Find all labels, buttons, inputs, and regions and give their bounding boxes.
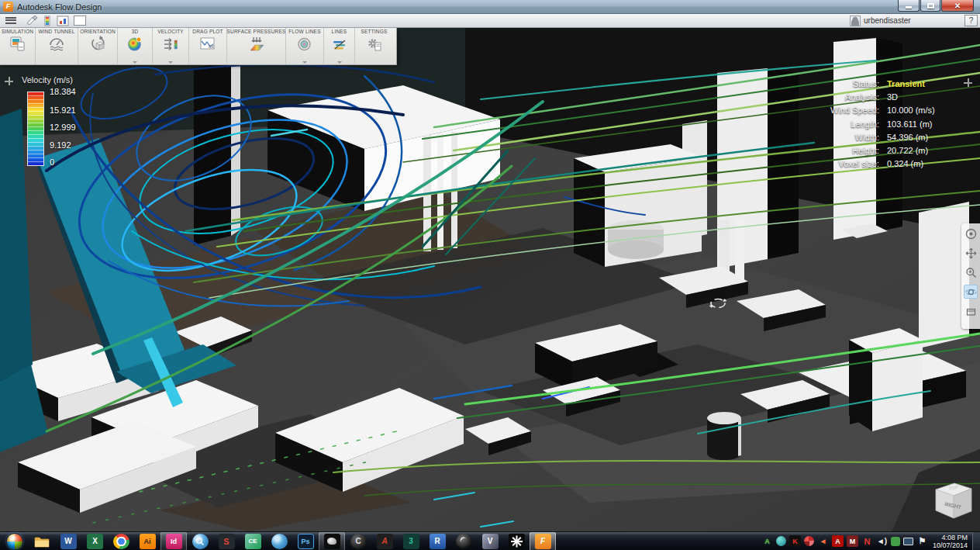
indesign-icon: Id [166, 534, 182, 549]
app-menu-button[interactable] [0, 15, 23, 27]
tray-network-icon[interactable] [903, 538, 913, 545]
taskbar-indesign-button[interactable]: Id [160, 532, 187, 550]
tab-drag-plot[interactable]: DRAG PLOT Cd [189, 28, 227, 64]
tab-lines[interactable]: LINES [324, 28, 355, 64]
tab-velocity[interactable]: VELOCITY [153, 28, 189, 64]
taskbar-clock[interactable]: 4:08 PM 10/07/2014 [933, 534, 968, 549]
steering-wheel-button[interactable] [964, 227, 978, 240]
surface-pressures-icon [247, 35, 266, 54]
tab-surface-pressures[interactable]: SURFACE PRESSURES [227, 28, 286, 64]
vray-icon: V [482, 534, 499, 549]
taskbar-revit-button[interactable]: R [424, 532, 450, 550]
tray-volume-icon[interactable]: ◄) [876, 535, 888, 547]
legend-tick: 9.192 [50, 140, 71, 150]
legend-toggle-button[interactable] [40, 15, 54, 27]
legend-tick: 0 [50, 157, 54, 167]
viewcube-home-button[interactable] [964, 304, 978, 318]
help-button[interactable]: ? [964, 15, 978, 26]
tray-green-icon[interactable] [891, 537, 900, 546]
zoom-button[interactable] [964, 265, 978, 279]
taskbar-sketchup-button[interactable]: S [213, 532, 240, 550]
minimize-icon [906, 6, 912, 9]
tab-settings[interactable]: SETTINGS [355, 28, 393, 64]
tray-shield-icon[interactable] [804, 536, 814, 546]
legend-move-handle[interactable] [5, 77, 13, 85]
tab-orientation[interactable]: ORIENTATION [78, 28, 118, 64]
user-account-button[interactable]: urbendisaster [864, 16, 964, 25]
tray-letter-k-icon[interactable]: K [789, 535, 801, 547]
flow-lines-icon [295, 35, 314, 54]
user-avatar-icon [850, 16, 861, 26]
globe-magnifier-icon [192, 534, 209, 549]
drag-plot-icon: Cd [198, 35, 217, 54]
taskbar-photoshop-button[interactable]: Ps [292, 532, 319, 550]
taskbar-google-earth-pro-button[interactable] [187, 532, 213, 550]
window-title: Autodesk Flow Design [17, 2, 102, 12]
close-button[interactable]: ✕ [941, 0, 974, 12]
tab-simulation[interactable]: SIMULATION [0, 28, 36, 64]
wind-tunnel-icon [47, 35, 66, 54]
info-row-width: Width: 54.396 (m) [813, 130, 968, 144]
illustrator-icon: Ai [140, 534, 156, 549]
taskbar-ce-app-button[interactable]: CE [240, 532, 266, 550]
taskbar-flow-design-button[interactable]: F [530, 532, 556, 550]
tab-wind-tunnel[interactable]: WIND TUNNEL [36, 28, 78, 64]
taskbar-google-earth-button[interactable] [266, 532, 292, 550]
tray-action-center-flag-icon[interactable]: ⚑ [916, 535, 928, 547]
taskbar-autocad-button[interactable]: A [371, 532, 398, 550]
maximize-button[interactable] [920, 0, 940, 12]
taskbar-explorer-button[interactable] [29, 532, 55, 550]
tray-letter-n-icon[interactable]: N [861, 535, 873, 547]
start-button[interactable] [6, 533, 23, 550]
chart-icon [57, 16, 69, 26]
title-bar: F Autodesk Flow Design ✕ [0, 0, 980, 14]
taskbar-3ds-max-button[interactable]: 3 [398, 532, 424, 550]
taskbar-rhino-button[interactable] [319, 532, 345, 550]
taskbar-chrome-button[interactable] [108, 532, 134, 550]
taskbar-word-button[interactable]: W [55, 532, 81, 550]
minimize-button[interactable] [898, 0, 920, 12]
view-cube[interactable]: RIGHT TOP [927, 478, 977, 526]
tray-globe-icon[interactable] [776, 536, 786, 546]
tray-letter-m-icon[interactable]: M [847, 535, 858, 547]
word-icon: W [60, 534, 77, 549]
globe-icon [271, 534, 288, 549]
tab-flow-lines[interactable]: FLOW LINES [286, 28, 324, 64]
tray-autodesk-icon[interactable]: A [761, 535, 773, 547]
taskbar-cinema4d-button[interactable]: C [345, 532, 371, 550]
rhino-icon [324, 534, 340, 549]
info-row-height: Height: 20.722 (m) [813, 144, 968, 157]
taskbar-starburst-app-button[interactable] [503, 532, 530, 550]
hamburger-icon [5, 17, 16, 24]
taskbar-vray-button[interactable]: V [477, 532, 503, 550]
clock-date: 10/07/2014 [933, 541, 968, 549]
clock-time: 4:08 PM [933, 534, 968, 541]
legend-tick: 12.999 [50, 123, 76, 132]
taskbar-sphere-app-button[interactable] [450, 532, 477, 550]
orbit-button[interactable] [964, 285, 978, 299]
sketchup-icon: S [219, 534, 235, 549]
windows-taskbar: W X Ai Id S CE Ps C A 3 R V F A K ◄ A M [0, 531, 980, 550]
info-row-length: Length: 103.611 (m) [813, 117, 968, 130]
navigation-wheel-icon [965, 228, 977, 240]
close-icon: ✕ [954, 1, 961, 11]
viewport-toggle-button[interactable] [71, 15, 88, 27]
orientation-icon [88, 35, 107, 54]
legend-title: Velocity (m/s) [22, 75, 73, 85]
info-row-analysis: Analysis: 3D [813, 90, 968, 103]
info-row-voxel-size: Voxel size: 0.324 (m) [813, 157, 968, 171]
plot-toggle-button[interactable] [54, 15, 71, 27]
tray-orange-speaker-icon[interactable]: ◄ [817, 535, 829, 547]
taskbar-illustrator-button[interactable]: Ai [134, 532, 160, 550]
navigation-bar [961, 223, 980, 329]
pan-button[interactable] [964, 246, 978, 260]
dropdown-caret-icon [337, 61, 342, 64]
taskbar-excel-button[interactable]: X [81, 532, 108, 550]
flow-design-icon: F [535, 534, 551, 549]
tray-acrobat-icon[interactable]: A [832, 535, 844, 547]
show-desktop-button[interactable] [972, 532, 980, 550]
wind-tunnel-tool-button[interactable] [23, 15, 40, 27]
tab-3d[interactable]: 3D [118, 28, 153, 64]
info-panel-move-handle[interactable] [964, 78, 972, 87]
legend-tick: 18.384 [50, 87, 76, 96]
